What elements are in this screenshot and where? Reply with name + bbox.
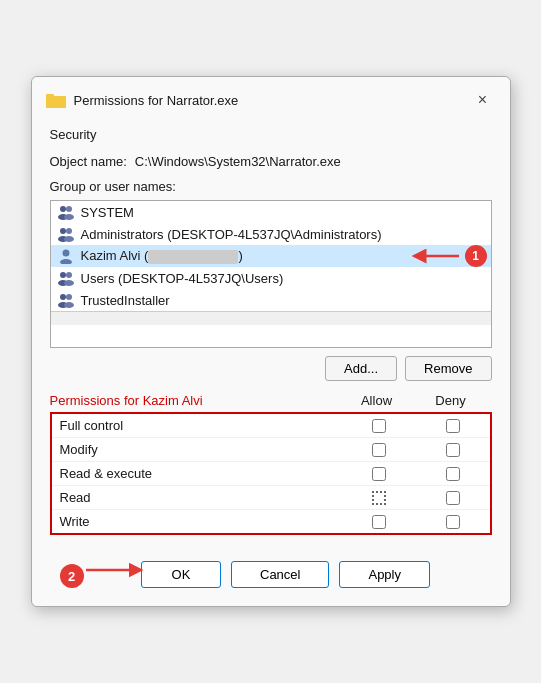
security-tab: Security (50, 127, 492, 142)
deny-readexecute-cell (428, 467, 478, 481)
allow-modify-cell (354, 443, 404, 457)
user-list: SYSTEM Administrators (DESKTOP-4L537JQ\A… (51, 201, 491, 311)
perm-name-modify: Modify (60, 442, 354, 457)
perm-checkboxes-modify (354, 443, 482, 457)
allow-read-dotted-checkbox[interactable] (372, 491, 386, 505)
deny-write-cell (428, 515, 478, 529)
allow-write-checkbox[interactable] (372, 515, 386, 529)
svg-point-6 (64, 214, 74, 220)
user-name-kazim: Kazim Alvi () (81, 248, 243, 264)
bottom-section: 2 OK Cancel Apply (32, 561, 510, 606)
svg-point-11 (62, 250, 69, 257)
user-item-kazim[interactable]: Kazim Alvi () 1 (51, 245, 491, 267)
apply-button[interactable]: Apply (339, 561, 430, 588)
allow-col-label: Allow (352, 393, 402, 408)
redacted-bar (148, 250, 238, 264)
object-name-label: Object name: (50, 154, 127, 169)
bottom-buttons-row: 2 OK Cancel Apply (50, 561, 492, 588)
perm-row-modify: Modify (52, 438, 490, 462)
perm-row-write: Write (52, 510, 490, 533)
title-bar: Permissions for Narrator.exe × (32, 77, 510, 119)
perm-row-read: Read (52, 486, 490, 510)
perm-checkboxes-write (354, 515, 482, 529)
svg-point-18 (60, 294, 66, 300)
user-icon-administrators (57, 226, 75, 242)
deny-fullcontrol-checkbox[interactable] (446, 419, 460, 433)
svg-point-17 (64, 280, 74, 286)
user-list-container[interactable]: SYSTEM Administrators (DESKTOP-4L537JQ\A… (50, 200, 492, 348)
perm-name-readexecute: Read & execute (60, 466, 354, 481)
allow-readexecute-checkbox[interactable] (372, 467, 386, 481)
allow-write-cell (354, 515, 404, 529)
dialog-title: Permissions for Narrator.exe (74, 93, 239, 108)
svg-point-14 (60, 272, 66, 278)
object-name-value: C:\Windows\System32\Narrator.exe (135, 154, 341, 169)
close-button[interactable]: × (470, 87, 496, 113)
arrow-2 (84, 560, 144, 580)
allow-read-cell (354, 491, 404, 505)
allow-fullcontrol-cell (354, 419, 404, 433)
svg-rect-2 (46, 96, 66, 107)
perm-checkboxes-fullcontrol (354, 419, 482, 433)
deny-write-checkbox[interactable] (446, 515, 460, 529)
deny-read-checkbox[interactable] (446, 491, 460, 505)
user-item-administrators[interactable]: Administrators (DESKTOP-4L537JQ\Administ… (51, 223, 491, 245)
perm-row-readexecute: Read & execute (52, 462, 490, 486)
remove-button[interactable]: Remove (405, 356, 491, 381)
user-name-system: SYSTEM (81, 205, 134, 220)
permissions-col-headers: Allow Deny (352, 393, 492, 408)
user-icon-users (57, 270, 75, 286)
deny-readexecute-checkbox[interactable] (446, 467, 460, 481)
user-item-users[interactable]: Users (DESKTOP-4L537JQ\Users) (51, 267, 491, 289)
title-bar-left: Permissions for Narrator.exe (46, 92, 239, 108)
svg-point-10 (64, 236, 74, 242)
svg-point-21 (64, 302, 74, 308)
permissions-label: Permissions for Kazim Alvi (50, 393, 203, 408)
svg-point-3 (60, 206, 66, 212)
perm-checkboxes-read (354, 491, 482, 505)
perm-checkboxes-readexecute (354, 467, 482, 481)
object-name-row: Object name: C:\Windows\System32\Narrato… (50, 154, 492, 169)
permissions-header: Permissions for Kazim Alvi Allow Deny (50, 393, 492, 408)
deny-read-cell (428, 491, 478, 505)
allow-fullcontrol-checkbox[interactable] (372, 419, 386, 433)
allow-modify-checkbox[interactable] (372, 443, 386, 457)
user-name-trustedinstaller: TrustedInstaller (81, 293, 170, 308)
svg-point-7 (60, 228, 66, 234)
deny-fullcontrol-cell (428, 419, 478, 433)
user-item-trustedinstaller[interactable]: TrustedInstaller (51, 289, 491, 311)
svg-point-5 (66, 206, 72, 212)
user-icon-kazim (57, 248, 75, 264)
user-icon-system (57, 204, 75, 220)
deny-modify-cell (428, 443, 478, 457)
user-icon-trustedinstaller (57, 292, 75, 308)
badge-1: 1 (465, 245, 487, 267)
svg-point-16 (66, 272, 72, 278)
add-button[interactable]: Add... (325, 356, 397, 381)
badge-2: 2 (60, 564, 84, 588)
perm-name-write: Write (60, 514, 354, 529)
deny-modify-checkbox[interactable] (446, 443, 460, 457)
dialog-body: Security Object name: C:\Windows\System3… (32, 119, 510, 561)
arrow-annotation (411, 246, 461, 266)
svg-point-12 (60, 259, 72, 264)
group-label: Group or user names: (50, 179, 492, 194)
svg-point-20 (66, 294, 72, 300)
permissions-dialog: Permissions for Narrator.exe × Security … (31, 76, 511, 607)
horizontal-scrollbar[interactable] (51, 311, 491, 325)
user-item-system[interactable]: SYSTEM (51, 201, 491, 223)
allow-readexecute-cell (354, 467, 404, 481)
perm-name-fullcontrol: Full control (60, 418, 354, 433)
folder-icon (46, 92, 66, 108)
deny-col-label: Deny (426, 393, 476, 408)
ok-button[interactable]: OK (141, 561, 221, 588)
add-remove-buttons: Add... Remove (50, 356, 492, 381)
cancel-button[interactable]: Cancel (231, 561, 329, 588)
perm-name-read: Read (60, 490, 354, 505)
user-name-users: Users (DESKTOP-4L537JQ\Users) (81, 271, 284, 286)
permissions-table: Full control Modify (50, 412, 492, 535)
perm-row-fullcontrol: Full control (52, 414, 490, 438)
user-name-administrators: Administrators (DESKTOP-4L537JQ\Administ… (81, 227, 382, 242)
svg-point-9 (66, 228, 72, 234)
